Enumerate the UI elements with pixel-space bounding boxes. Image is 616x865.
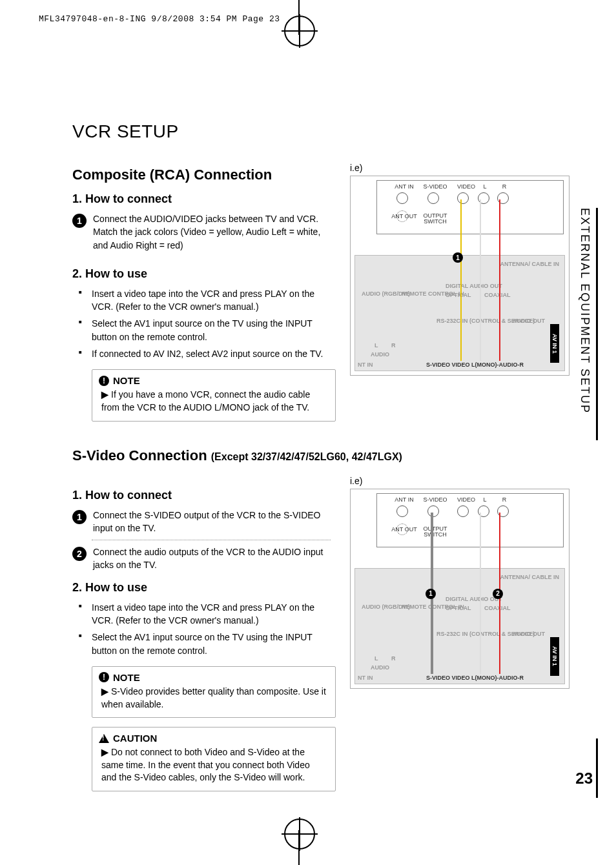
diag-label: R bbox=[498, 496, 510, 503]
composite-heading: Composite (RCA) Connection bbox=[72, 167, 337, 183]
use-item: Insert a video tape into the VCR and pre… bbox=[92, 287, 337, 314]
note-body: S-Video provides better quality than com… bbox=[101, 686, 326, 709]
diag-label: AUDIO bbox=[371, 664, 389, 671]
note-box: !NOTE ▶If you have a mono VCR, connect t… bbox=[92, 369, 336, 421]
page-number: 23 bbox=[575, 769, 593, 788]
use-item: If connected to AV IN2, select AV2 input… bbox=[92, 347, 337, 360]
diag-label: COAXIAL bbox=[484, 605, 511, 611]
use-item: Select the AV1 input source on the TV us… bbox=[92, 317, 337, 343]
diag-label: ANTENNA/ CABLE IN bbox=[500, 574, 560, 580]
diag-label: NT IN bbox=[358, 675, 373, 681]
crop-mark bbox=[299, 14, 300, 48]
step-text: Connect the S-VIDEO output of the VCR to… bbox=[93, 509, 337, 535]
caution-title: CAUTION bbox=[113, 733, 157, 744]
how-to-use-heading: 2. How to use bbox=[72, 267, 337, 281]
page-title: VCR SETUP bbox=[72, 121, 570, 142]
caution-body: Do not connect to both Video and S-Video… bbox=[101, 747, 310, 782]
diag-label: ANT IN bbox=[390, 183, 418, 190]
diagram-callout-2: 2 bbox=[493, 589, 503, 599]
diag-label: R bbox=[391, 655, 396, 662]
diag-label: DIGITAL AUDIO OUT bbox=[446, 283, 502, 289]
svideo-subheading: (Except 32/37/42/47/52LG60, 42/47LGX) bbox=[211, 451, 402, 462]
note-title: NOTE bbox=[113, 375, 140, 386]
diag-label: L bbox=[375, 655, 378, 662]
step-bullet-1: 1 bbox=[72, 214, 87, 228]
step-bullet-2: 2 bbox=[72, 547, 87, 561]
diag-label: VIDEO bbox=[452, 183, 480, 190]
diag-label: S-VIDEO VIDEO L(MONO)-AUDIO-R bbox=[426, 675, 524, 681]
note-body: If you have a mono VCR, connect the audi… bbox=[101, 389, 310, 412]
how-to-use-heading: 2. How to use bbox=[72, 581, 337, 595]
composite-diagram: ANT IN ANT OUT S-VIDEO OUTPUT SWITCH VID… bbox=[350, 176, 570, 376]
diagram-callout-1: 1 bbox=[426, 589, 436, 599]
step-text: Connect the AUDIO/VIDEO jacks between TV… bbox=[93, 212, 337, 252]
diag-label: AUDIO bbox=[371, 351, 389, 358]
diag-label: S-VIDEO bbox=[421, 496, 449, 503]
diag-label: OPTICAL bbox=[446, 605, 471, 611]
side-tab-label: EXTERNAL EQUIPMENT SETUP bbox=[578, 208, 591, 414]
av-in-1-label: AV IN 1 bbox=[550, 324, 559, 363]
ie-label: i.e) bbox=[350, 476, 570, 486]
step-text: Connect the audio outputs of the VCR to … bbox=[93, 545, 337, 572]
caution-box: CAUTION ▶Do not connect to both Video an… bbox=[92, 727, 336, 791]
side-rule bbox=[596, 738, 598, 798]
diagram-callout-1: 1 bbox=[453, 252, 463, 263]
diag-label: ANTENNA/ CABLE IN bbox=[500, 261, 560, 267]
use-item: Select the AV1 input source on the TV us… bbox=[92, 631, 337, 657]
note-icon: ! bbox=[99, 672, 109, 682]
how-to-connect-heading: 1. How to connect bbox=[72, 192, 337, 206]
av-in-1-label: AV IN 1 bbox=[550, 637, 559, 676]
diag-label: NT IN bbox=[358, 361, 373, 368]
side-rule bbox=[596, 208, 598, 440]
diag-label: VIDEO bbox=[452, 496, 480, 503]
note-icon: ! bbox=[99, 376, 109, 386]
diag-label: COAXIAL bbox=[484, 292, 511, 298]
print-header: MFL34797048-en-8-ING 9/8/2008 3:54 PM Pa… bbox=[39, 14, 280, 24]
diag-label: L bbox=[479, 183, 491, 190]
step-bullet-1: 1 bbox=[72, 510, 87, 524]
diag-label: AUDIO OUT bbox=[513, 318, 546, 324]
diag-label: AUDIO OUT bbox=[513, 631, 546, 637]
note-box: !NOTE ▶S-Video provides better quality t… bbox=[92, 666, 336, 718]
dotted-separator bbox=[92, 540, 331, 540]
use-item: Insert a video tape into the VCR and pre… bbox=[92, 601, 337, 627]
diag-label: L bbox=[479, 496, 491, 503]
note-title: NOTE bbox=[113, 672, 140, 683]
crop-mark bbox=[299, 817, 300, 851]
how-to-connect-heading: 1. How to connect bbox=[72, 489, 337, 502]
svideo-diagram: ANT IN ANT OUT S-VIDEO OUTPUT SWITCH VID… bbox=[350, 489, 570, 689]
diag-label: R bbox=[391, 342, 396, 349]
diag-label: ANT IN bbox=[390, 496, 418, 503]
diag-label: S-VIDEO VIDEO L(MONO)-AUDIO-R bbox=[426, 361, 524, 368]
svideo-heading: S-Video Connection (Except 32/37/42/47/5… bbox=[72, 447, 570, 464]
diag-label: L bbox=[375, 342, 378, 349]
diag-label: OUTPUT SWITCH bbox=[418, 213, 452, 225]
diag-label: OUTPUT SWITCH bbox=[418, 526, 452, 538]
diag-label: R bbox=[498, 183, 510, 190]
diag-label: S-VIDEO bbox=[421, 183, 449, 190]
ie-label: i.e) bbox=[350, 163, 570, 173]
diag-label: OPTICAL bbox=[446, 292, 471, 298]
caution-icon bbox=[99, 734, 109, 743]
